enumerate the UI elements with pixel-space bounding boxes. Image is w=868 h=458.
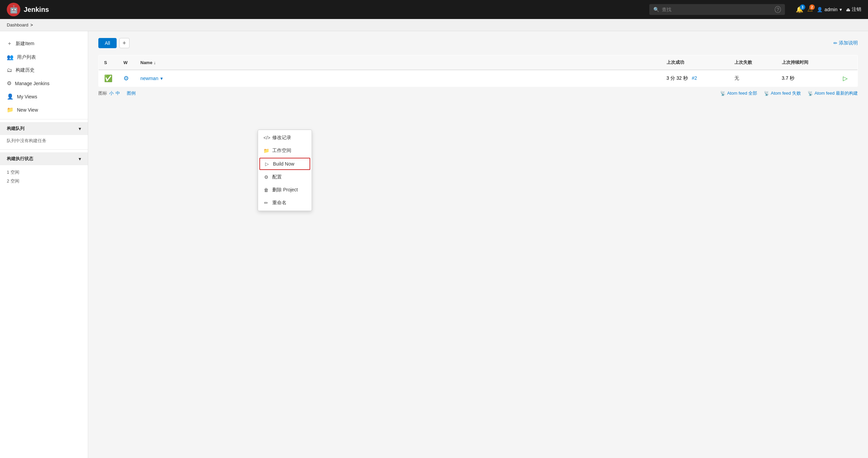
job-last-fail-cell: 无 [729,70,776,87]
menu-item-workspace[interactable]: 📁 工作空间 [258,144,312,157]
header-actions: 🔔 3 ⚠ 2 👤 admin ▾ ⏏ 注销 [796,6,861,13]
sidebar-item-new-view[interactable]: 📁 New View [0,103,88,116]
folder-icon: 📁 [7,107,14,113]
notifications-button[interactable]: 🔔 3 [796,6,803,13]
sidebar-item-user-list[interactable]: 👥 用户列表 [0,51,88,64]
col-header-name: Name ↓ [135,55,661,70]
atom-all-label: Atom feed 全部 [727,90,757,96]
add-description-label: 添加说明 [839,40,858,46]
history-icon: 🗂 [7,67,12,73]
col-header-s: S [99,55,118,70]
executor-2-label: 2 空闲 [7,178,19,184]
menu-item-build-now[interactable]: ▷ Build Now [259,158,310,170]
gear-icon: ⚙ [7,80,12,87]
jenkins-logo-icon: 🤖 [7,3,20,16]
sidebar-item-my-views[interactable]: 👤 My Views [0,90,88,103]
rss-fail-icon: 📡 [764,91,769,96]
jobs-table: S W Name ↓ 上次成功 上次失败 上次持续时间 ✅ ⚙ [98,55,858,87]
job-status-cell: ✅ [99,70,118,87]
last-success-build-link[interactable]: #2 [692,75,697,81]
rss-icon: 📡 [720,91,726,96]
build-queue-header[interactable]: 构建队列 ▾ [0,122,88,135]
col-header-success: 上次成功 [661,55,729,70]
build-queue-section: 构建队列 ▾ 队列中没有构建任务 [0,119,88,147]
search-bar: 🔍 ? [649,4,785,15]
breadcrumb-separator: > [31,22,33,27]
main-layout: ＋ 新建Item 👥 用户列表 🗂 构建历史 ⚙ Manage Jenkins … [0,31,868,458]
job-name: newman [140,76,158,81]
sidebar-label-new-view: New View [17,107,38,113]
size-small-link[interactable]: 小 [109,90,114,96]
icon-label: 图标 [98,90,107,96]
size-medium-link[interactable]: 中 [116,90,120,96]
tab-all[interactable]: All [98,38,117,48]
user-menu[interactable]: 👤 admin ▾ [817,7,842,12]
warnings-button[interactable]: ⚠ 2 [807,6,813,13]
rename-icon: ✏ [263,200,269,206]
last-success-time: 3 分 32 秒 [667,75,688,81]
search-icon: 🔍 [653,7,659,12]
weather-icon: ⚙ [123,75,129,82]
table-footer-right: 📡 Atom feed 全部 📡 Atom feed 失败 📡 Atom fee… [720,90,858,96]
logout-icon: ⏏ [846,7,850,12]
menu-label-rename: 重命名 [272,200,287,206]
col-header-fail: 上次失败 [729,55,776,70]
table-header-row: S W Name ↓ 上次成功 上次失败 上次持续时间 [99,55,858,70]
sidebar-item-new-item[interactable]: ＋ 新建Item [0,37,88,51]
menu-item-changelog[interactable]: </> 修改记录 [258,131,312,144]
warnings-badge: 2 [809,4,815,10]
sidebar: ＋ 新建Item 👥 用户列表 🗂 构建历史 ⚙ Manage Jenkins … [0,31,88,458]
search-input[interactable] [662,7,772,12]
play-icon: ▷ [264,161,270,167]
atom-fail-link[interactable]: 📡 Atom feed 失败 [764,90,801,96]
add-description-button[interactable]: ✏ 添加说明 [833,40,858,46]
build-queue-empty: 队列中没有构建任务 [7,138,46,143]
menu-item-delete[interactable]: 🗑 删除 Project [258,184,312,196]
col-header-duration: 上次持续时间 [776,55,837,70]
sidebar-label-build-history: 构建历史 [16,67,35,73]
pencil-icon: ✏ [833,40,837,46]
table-footer: 图标 小 中 图例 📡 Atom feed 全部 📡 Atom feed 失败 … [98,87,858,100]
logo[interactable]: 🤖 Jenkins [7,3,49,16]
logout-button[interactable]: ⏏ 注销 [846,6,861,13]
build-trigger-button[interactable]: ▷ [843,75,848,82]
build-status-content: 1 空闲 2 空闲 [0,165,88,188]
build-status-header[interactable]: 构建执行状态 ▾ [0,152,88,165]
job-name-cell: newman ▾ [135,70,661,87]
configure-icon: ⚙ [263,174,269,180]
atom-latest-label: Atom feed 最新的构建 [814,90,858,96]
job-last-duration-cell: 3.7 秒 [776,70,837,87]
menu-label-changelog: 修改记录 [272,135,291,141]
build-status-collapse-icon: ▾ [79,156,81,161]
breadcrumb-home[interactable]: Dashboard [7,22,28,27]
last-duration-value: 3.7 秒 [782,75,794,81]
job-weather-cell: ⚙ [118,70,135,87]
tabs-bar: All + ✏ 添加说明 [98,38,858,48]
last-fail-value: 无 [734,75,739,81]
legend-link[interactable]: 图例 [127,90,136,96]
users-icon: 👥 [7,54,14,60]
folder-workspace-icon: 📁 [263,148,269,153]
build-status-section: 构建执行状态 ▾ 1 空闲 2 空闲 [0,149,88,188]
search-help-icon[interactable]: ? [775,6,781,13]
sidebar-item-build-history[interactable]: 🗂 构建历史 [0,64,88,77]
menu-label-workspace: 工作空间 [272,148,291,154]
atom-all-link[interactable]: 📡 Atom feed 全部 [720,90,757,96]
menu-label-build-now: Build Now [273,161,294,167]
table-footer-left: 图标 小 中 [98,90,120,96]
atom-latest-link[interactable]: 📡 Atom feed 最新的构建 [808,90,858,96]
executor-1-label: 1 空闲 [7,170,19,175]
breadcrumb: Dashboard > [0,19,868,31]
sidebar-item-manage-jenkins[interactable]: ⚙ Manage Jenkins [0,77,88,90]
user-name: admin [825,7,837,12]
menu-item-rename[interactable]: ✏ 重命名 [258,196,312,209]
main-content: All + ✏ 添加说明 S W Name ↓ 上次成功 上次失败 上次持续时间 [88,31,868,458]
col-header-w: W [118,55,135,70]
table-row: ✅ ⚙ newman ▾ 3 分 32 秒 #2 [99,70,858,87]
atom-fail-label: Atom feed 失败 [771,90,801,96]
job-name-link[interactable]: newman ▾ [140,76,656,81]
build-queue-content: 队列中没有构建任务 [0,135,88,147]
menu-item-configure[interactable]: ⚙ 配置 [258,171,312,184]
tab-add-button[interactable]: + [119,38,130,48]
notifications-badge: 3 [800,4,805,10]
